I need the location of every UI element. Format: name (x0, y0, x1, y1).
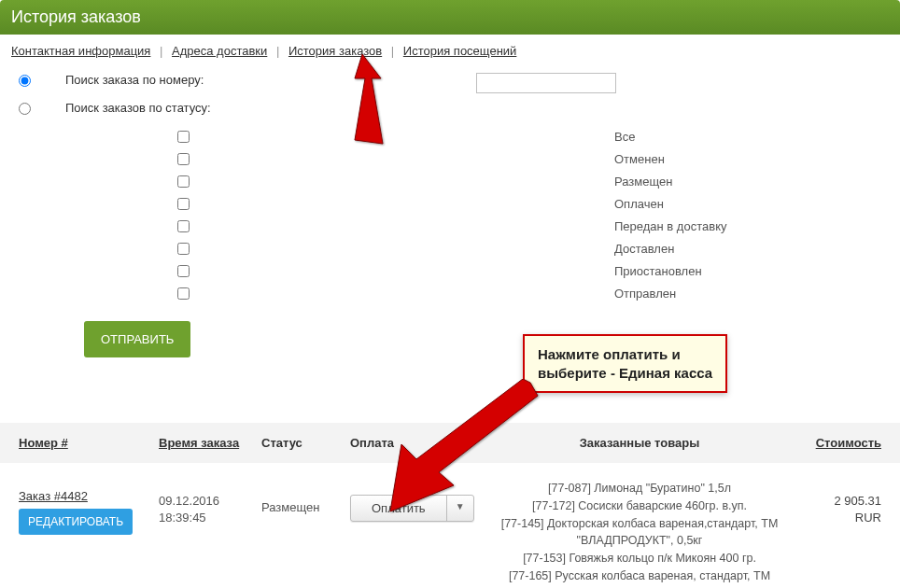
order-link[interactable]: Заказ #4482 (19, 489, 88, 503)
status-option-label: Оплачен (614, 197, 664, 211)
status-option-label: Доставлен (614, 242, 674, 256)
status-option-label: Приостановлен (614, 264, 702, 278)
col-header-status: Статус (261, 436, 350, 450)
status-checkbox[interactable] (177, 198, 190, 210)
order-date: 09.12.2016 (159, 494, 219, 508)
chevron-down-icon[interactable]: ▼ (447, 496, 473, 521)
list-item: [77-153] Говяжья кольцо п/к Микоян 400 г… (499, 550, 780, 567)
order-cost-value: 2 905.31 (834, 494, 881, 508)
order-items: [77-087] Лимонад "Буратино" 1,5л [77-172… (499, 480, 780, 588)
status-checkbox[interactable] (177, 153, 190, 165)
page-title: История заказов (0, 0, 900, 35)
instruction-line1: Нажмите оплатить и (538, 345, 712, 364)
list-item: [77-165] Русская колбаса вареная, станда… (499, 567, 780, 588)
order-time: 18:39:45 (159, 511, 206, 525)
status-checkbox[interactable] (177, 265, 190, 277)
status-option-label: Все (614, 130, 635, 144)
nav-separator: | (160, 44, 162, 58)
submit-search-button[interactable]: ОТПРАВИТЬ (84, 321, 190, 357)
status-checkbox[interactable] (177, 220, 190, 232)
search-by-number-label: Поиск заказа по номеру: (65, 73, 476, 87)
order-status: Размещен (261, 480, 350, 514)
nav-separator: | (391, 44, 394, 58)
list-item: [77-145] Докторская колбаса вареная,стан… (499, 515, 780, 551)
search-by-status-radio[interactable] (19, 103, 31, 115)
col-header-payment: Оплата (350, 436, 499, 450)
col-header-items: Заказанные товары (499, 436, 780, 450)
list-item: [77-172] Сосиски баварские 460гр. в.уп. (499, 497, 780, 515)
status-checkbox[interactable] (177, 287, 190, 300)
status-option-label: Передан в доставку (614, 219, 726, 233)
nav-contact[interactable]: Контактная информация (11, 44, 150, 58)
pay-dropdown[interactable]: Оплатить ▼ (350, 495, 474, 522)
table-row: Заказ #4482 РЕДАКТИРОВАТЬ 09.12.2016 18:… (0, 463, 900, 588)
order-cost-currency: RUR (855, 511, 881, 525)
status-option-label: Отправлен (614, 287, 676, 301)
status-checkbox[interactable] (177, 131, 190, 143)
order-number-input[interactable] (476, 73, 616, 93)
col-header-number[interactable]: Номер # (19, 436, 159, 450)
nav-visits[interactable]: История посещений (403, 44, 517, 58)
nav-orders[interactable]: История заказов (288, 44, 382, 58)
status-filter-list: Все Отменен Размещен Оплачен Передан в д… (177, 125, 881, 304)
col-header-cost[interactable]: Стоимость (780, 436, 881, 450)
pay-button-label[interactable]: Оплатить (351, 496, 447, 521)
instruction-callout: Нажмите оплатить и выберите - Единая кас… (523, 334, 727, 393)
instruction-line2: выберите - Единая касса (538, 364, 712, 383)
orders-table-header: Номер # Время заказа Статус Оплата Заказ… (0, 423, 900, 463)
edit-order-button[interactable]: РЕДАКТИРОВАТЬ (19, 509, 133, 535)
search-form: Поиск заказа по номеру: Поиск заказов по… (0, 67, 900, 367)
status-option-label: Размещен (614, 175, 672, 189)
list-item: [77-087] Лимонад "Буратино" 1,5л (499, 480, 780, 497)
nav-separator: | (276, 44, 279, 58)
nav-addresses[interactable]: Адреса доставки (172, 44, 267, 58)
status-checkbox[interactable] (177, 175, 190, 188)
col-header-time[interactable]: Время заказа (159, 436, 261, 450)
status-checkbox[interactable] (177, 243, 190, 255)
nav-links: Контактная информация | Адреса доставки … (0, 35, 900, 67)
status-option-label: Отменен (614, 152, 665, 166)
search-by-number-radio[interactable] (19, 75, 31, 87)
search-by-status-label: Поиск заказов по статусу: (65, 101, 476, 115)
